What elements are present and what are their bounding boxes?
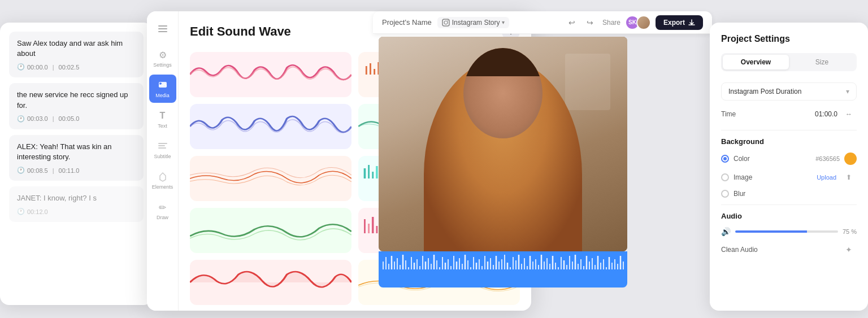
clean-audio-button[interactable]: ✦ (841, 242, 857, 258)
project-name: Project's Name (382, 18, 432, 27)
transcript-time-start-3: 00:08.5 (27, 167, 48, 174)
svg-point-1 (159, 82, 162, 85)
transcript-item-2[interactable]: the new service he recc signed up for. 🕐… (9, 83, 144, 129)
tab-overview[interactable]: Overview (723, 55, 789, 69)
hamburger-menu[interactable] (149, 20, 176, 37)
wave-card-5[interactable] (190, 156, 351, 201)
instagram-icon (442, 19, 450, 27)
platform-label: Instagram Story (452, 19, 500, 27)
bg-blur-label: Blur (734, 190, 745, 198)
wave-card-1[interactable] (190, 52, 351, 97)
top-bar: Project's Name Instagram Story ▾ ↩ ↪ Sha… (373, 11, 712, 34)
transcript-time-start-1: 00:00.0 (27, 64, 48, 71)
redo-button[interactable]: ↪ (582, 15, 598, 31)
duration-dropdown[interactable]: Instagram Post Duration ▾ (721, 82, 857, 101)
panel-title: Edit Sound Wave (190, 24, 291, 39)
time-row: Time 01:00.0 ↔ (721, 106, 857, 122)
elements-icon (157, 171, 169, 183)
sidebar-item-elements[interactable]: Elements (149, 166, 176, 194)
sidebar-label-text: Text (158, 123, 167, 129)
video-wave-bar (379, 251, 627, 287)
bg-image-label: Image (734, 173, 752, 181)
audio-volume-row: 🔊 75 % (721, 227, 857, 236)
svg-rect-3 (158, 145, 165, 146)
svg-point-124 (447, 20, 448, 21)
transcript-text-4: JANET: I know, right? I s (17, 193, 136, 203)
avatar-photo (636, 15, 651, 30)
export-button[interactable]: Export (656, 15, 703, 30)
wave-card-3[interactable] (190, 104, 351, 149)
sidebar-item-media[interactable]: Media (149, 75, 176, 103)
wave-card-9[interactable] (190, 260, 351, 305)
svg-marker-5 (160, 173, 166, 181)
sidebar-label-subtitle: Subtitle (154, 154, 171, 159)
bg-color-radio[interactable] (721, 155, 729, 163)
sidebar-item-subtitle[interactable]: Subtitle (149, 136, 176, 164)
subtitle-icon (157, 140, 169, 153)
top-bar-actions: ↩ ↪ Share SK Export (564, 15, 703, 31)
volume-slider[interactable] (735, 230, 838, 233)
color-swatch[interactable] (844, 153, 857, 165)
transcript-time-end-3: 00:11.0 (59, 167, 80, 174)
volume-icon: 🔊 (721, 227, 731, 236)
tab-size[interactable]: Size (789, 55, 855, 69)
bg-image-row: Image Upload ⬆ (721, 169, 857, 185)
avatar-group: SK (625, 15, 651, 30)
sidebar-item-text[interactable]: T Text (149, 105, 176, 133)
platform-chevron: ▾ (502, 19, 505, 25)
time-expand-button[interactable]: ↔ (841, 106, 857, 122)
video-preview (379, 37, 627, 251)
undo-button[interactable]: ↩ (564, 15, 580, 31)
platform-badge[interactable]: Instagram Story ▾ (437, 17, 510, 28)
time-label: Time (721, 110, 736, 118)
sidebar-label-settings: Settings (153, 62, 172, 68)
transcript-item-1[interactable]: Saw Alex today and war ask him about 🕐 0… (9, 32, 144, 77)
sidebar: ⚙ Settings Media T Text Subtitle (147, 11, 179, 311)
transcript-time-start-4: 00:12.0 (27, 208, 48, 215)
settings-panel: Project Settings Overview Size Instagram… (710, 23, 868, 311)
export-icon (688, 19, 695, 26)
sidebar-label-draw: Draw (157, 215, 168, 220)
clean-audio-row: Clean Audio ✦ (721, 242, 857, 258)
transcript-item-3[interactable]: ALEX: Yeah! That was kin an interesting … (9, 135, 144, 181)
settings-tabs: Overview Size (721, 53, 857, 71)
text-icon: T (157, 110, 169, 122)
divider-2 (721, 204, 857, 205)
transcript-panel: Saw Alex today and war ask him about 🕐 0… (0, 23, 153, 305)
video-bg (379, 37, 627, 251)
svg-point-123 (444, 21, 448, 24)
volume-pct: 75 % (843, 228, 857, 235)
svg-rect-2 (158, 143, 167, 144)
bg-image-radio[interactable] (721, 173, 729, 181)
sidebar-label-media: Media (155, 93, 170, 98)
draw-icon: ✏ (157, 201, 169, 214)
background-section-title: Background (721, 137, 857, 146)
audio-section-title: Audio (721, 212, 857, 220)
transcript-text-3: ALEX: Yeah! That was kin an interesting … (17, 142, 136, 162)
upload-button[interactable]: ⬆ (841, 169, 857, 185)
sidebar-item-settings[interactable]: ⚙ Settings (149, 44, 176, 72)
bg-color-label: Color (734, 155, 750, 163)
clock-icon-4: 🕐 (17, 208, 25, 215)
bg-frame (565, 54, 610, 110)
transcript-time-end-1: 00:02.5 (59, 64, 80, 71)
upload-label: Upload (817, 174, 836, 181)
transcript-time-end-2: 00:05.0 (59, 115, 80, 122)
settings-icon: ⚙ (157, 49, 169, 61)
clock-icon-2: 🕐 (17, 115, 25, 123)
divider-1 (721, 130, 857, 130)
transcript-time-start-2: 00:03.0 (27, 115, 48, 122)
duration-chevron: ▾ (846, 88, 849, 95)
share-label: Share (602, 19, 620, 27)
wave-card-7[interactable] (190, 208, 351, 253)
bg-blur-radio[interactable] (721, 190, 729, 198)
duration-label: Instagram Post Duration (728, 88, 801, 95)
bg-blur-row: Blur (721, 190, 857, 198)
transcript-item-4[interactable]: JANET: I know, right? I s 🕐 00:12.0 (9, 186, 144, 222)
clock-icon-3: 🕐 (17, 167, 25, 174)
clock-icon-1: 🕐 (17, 63, 25, 71)
settings-title: Project Settings (721, 34, 857, 44)
sidebar-item-draw[interactable]: ✏ Draw (149, 197, 176, 225)
svg-rect-4 (158, 147, 166, 149)
bg-color-row: Color #636565 (721, 153, 857, 165)
